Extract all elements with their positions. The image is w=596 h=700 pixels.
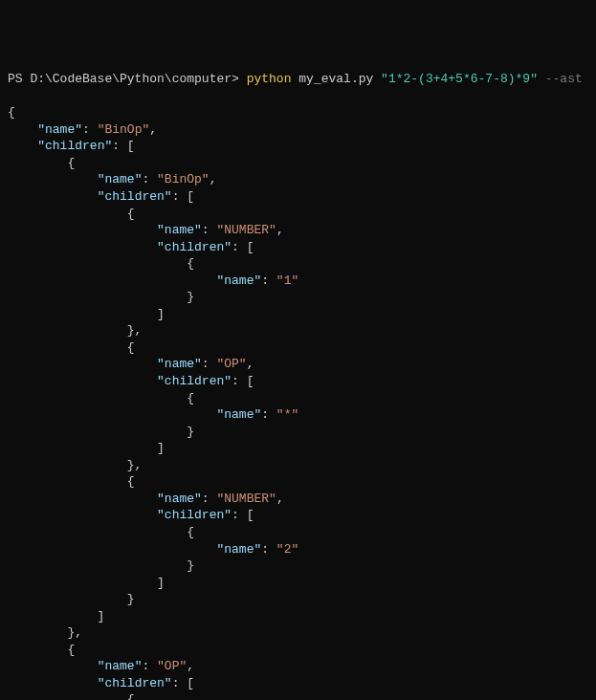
out-line: "name": "OP", <box>8 357 254 371</box>
out-line: } <box>8 592 135 606</box>
out-line: ] <box>8 609 104 623</box>
out-line: "children": [ <box>8 139 135 153</box>
out-line: "children": [ <box>8 374 254 388</box>
prompt-sep: > <box>232 72 247 86</box>
out-line: { <box>8 156 75 170</box>
out-line: } <box>8 290 194 304</box>
out-line: } <box>8 558 194 573</box>
ast-flag: --ast <box>545 72 583 86</box>
out-line: }, <box>8 323 142 338</box>
out-line: "children": [ <box>8 676 194 690</box>
out-line: "name": "NUMBER", <box>8 223 284 237</box>
out-line: { <box>8 525 194 539</box>
out-line: "name": "2" <box>8 542 298 557</box>
cwd-path: D:\CodeBase\Python\computer <box>30 72 232 86</box>
out-line: { <box>8 256 194 271</box>
out-line: "children": [ <box>8 240 254 254</box>
out-line: { <box>8 474 135 489</box>
out-line: } <box>8 425 194 439</box>
out-line: }, <box>8 458 142 472</box>
out-line: { <box>8 643 75 657</box>
out-line: { <box>8 207 135 221</box>
out-line: { <box>8 340 135 355</box>
out-line: { <box>8 692 135 700</box>
out-line: "name": "1" <box>8 273 298 288</box>
out-line: "children": [ <box>8 508 254 522</box>
out-line: "name": "BinOp", <box>8 172 216 186</box>
script-file: my_eval.py <box>298 72 373 86</box>
out-line: { <box>8 391 194 405</box>
out-line: "name": "*" <box>8 407 298 422</box>
ps-prefix: PS <box>8 72 30 86</box>
out-line: ] <box>8 576 165 590</box>
out-line: ] <box>8 441 165 455</box>
command-prompt-line[interactable]: PS D:\CodeBase\Python\computer> python m… <box>8 71 588 88</box>
out-line: "children": [ <box>8 189 194 204</box>
out-line: "name": "BinOp", <box>8 122 157 137</box>
out-line: "name": "NUMBER", <box>8 492 284 506</box>
out-line: ] <box>8 307 165 321</box>
expression-arg: "1*2-(3+4+5*6-7-8)*9" <box>381 72 538 86</box>
python-command: python <box>247 72 292 86</box>
out-line: }, <box>8 625 82 640</box>
out-line: { <box>8 105 15 120</box>
json-output-block: { "name": "BinOp", "children": [ { "name… <box>8 104 588 700</box>
out-line: "name": "OP", <box>8 659 194 673</box>
